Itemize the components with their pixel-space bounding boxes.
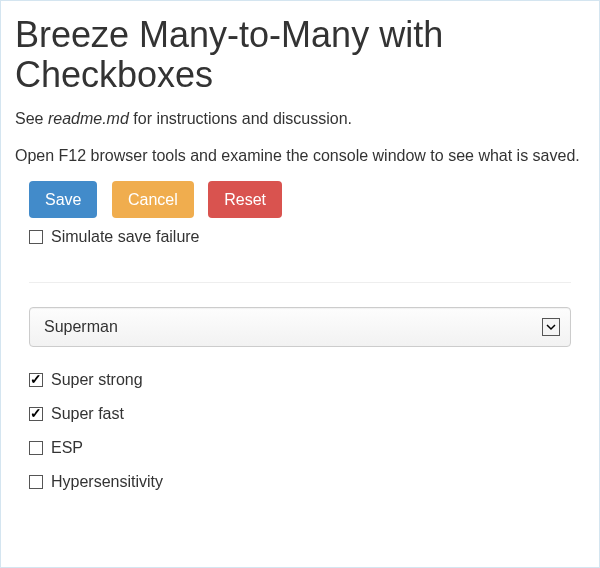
- reset-button[interactable]: Reset: [208, 181, 282, 218]
- power-checkbox[interactable]: [29, 407, 43, 421]
- page-title: Breeze Many-to-Many with Checkboxes: [15, 15, 585, 94]
- power-checkbox[interactable]: [29, 373, 43, 387]
- chevron-down-icon: [542, 318, 560, 336]
- simulate-failure-text: Simulate save failure: [51, 228, 200, 246]
- power-checkbox[interactable]: [29, 475, 43, 489]
- intro-readme: readme.md: [48, 110, 129, 127]
- power-label[interactable]: Super strong: [29, 371, 143, 389]
- intro-rest: for instructions and discussion.: [129, 110, 352, 127]
- power-label[interactable]: ESP: [29, 439, 83, 457]
- power-text: Super strong: [51, 371, 143, 389]
- cancel-button[interactable]: Cancel: [112, 181, 194, 218]
- power-text: ESP: [51, 439, 83, 457]
- power-item: Hypersensitivity: [29, 473, 571, 493]
- power-label[interactable]: Super fast: [29, 405, 124, 423]
- intro-text-2: Open F12 browser tools and examine the c…: [15, 145, 585, 167]
- save-button[interactable]: Save: [29, 181, 97, 218]
- power-item: ESP: [29, 439, 571, 459]
- button-row: Save Cancel Reset: [15, 181, 585, 218]
- intro-text: See readme.md for instructions and discu…: [15, 108, 585, 130]
- power-text: Hypersensitivity: [51, 473, 163, 491]
- simulate-failure-checkbox[interactable]: [29, 230, 43, 244]
- power-text: Super fast: [51, 405, 124, 423]
- hero-select-value: Superman: [44, 318, 118, 336]
- hero-select[interactable]: Superman: [29, 307, 571, 347]
- powers-list: Super strong Super fast ESP Hypersensiti…: [15, 347, 585, 493]
- simulate-failure-row: Simulate save failure: [29, 228, 585, 248]
- power-item: Super strong: [29, 371, 571, 391]
- power-label[interactable]: Hypersensitivity: [29, 473, 163, 491]
- divider: [29, 282, 571, 283]
- power-checkbox[interactable]: [29, 441, 43, 455]
- simulate-failure-label[interactable]: Simulate save failure: [29, 228, 200, 246]
- power-item: Super fast: [29, 405, 571, 425]
- intro-see: See: [15, 110, 48, 127]
